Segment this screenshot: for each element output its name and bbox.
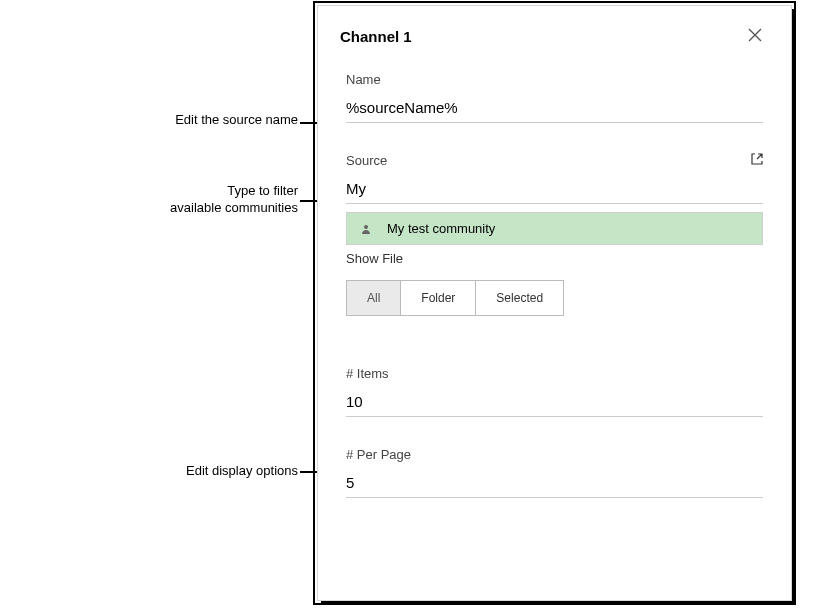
callout-name-text: Edit the source name: [175, 112, 298, 127]
name-input[interactable]: [346, 97, 763, 123]
source-input-wrap: [346, 178, 763, 204]
panel-title: Channel 1: [340, 28, 412, 45]
per-page-label: # Per Page: [346, 447, 763, 462]
svg-point-0: [364, 225, 368, 229]
callout-source: Type to filter available communities: [128, 183, 298, 217]
source-suggestion-label: My test community: [387, 221, 495, 236]
open-external-button[interactable]: [751, 153, 763, 168]
per-page-input[interactable]: [346, 472, 763, 498]
source-field-group: Source My test community Show File All F…: [340, 153, 769, 316]
source-label-row: Source: [346, 153, 763, 168]
show-file-tabs: All Folder Selected: [346, 280, 564, 316]
per-page-field-group: # Per Page: [340, 447, 769, 498]
source-suggestion-item[interactable]: My test community: [346, 212, 763, 245]
close-button[interactable]: [741, 24, 769, 48]
callout-display-text: Edit display options: [186, 463, 298, 478]
tab-folder[interactable]: Folder: [401, 281, 476, 315]
show-file-label: Show File: [346, 251, 763, 266]
source-label: Source: [346, 153, 387, 168]
callout-source-line1: Type to filter: [227, 183, 298, 198]
community-icon: [359, 222, 373, 236]
tab-all[interactable]: All: [347, 281, 401, 315]
callout-source-line2: available communities: [170, 200, 298, 215]
callout-display: Edit display options: [128, 463, 298, 480]
external-link-icon: [751, 153, 763, 165]
name-label: Name: [346, 72, 763, 87]
name-field-group: Name: [340, 72, 769, 123]
tab-selected[interactable]: Selected: [476, 281, 563, 315]
items-field-group: # Items: [340, 366, 769, 417]
items-input[interactable]: [346, 391, 763, 417]
callout-name: Edit the source name: [128, 112, 298, 129]
channel-settings-panel: Channel 1 Name Source My test community …: [317, 5, 792, 601]
items-label: # Items: [346, 366, 763, 381]
panel-header: Channel 1: [340, 24, 769, 48]
source-input[interactable]: [346, 178, 763, 204]
close-icon: [747, 27, 763, 43]
